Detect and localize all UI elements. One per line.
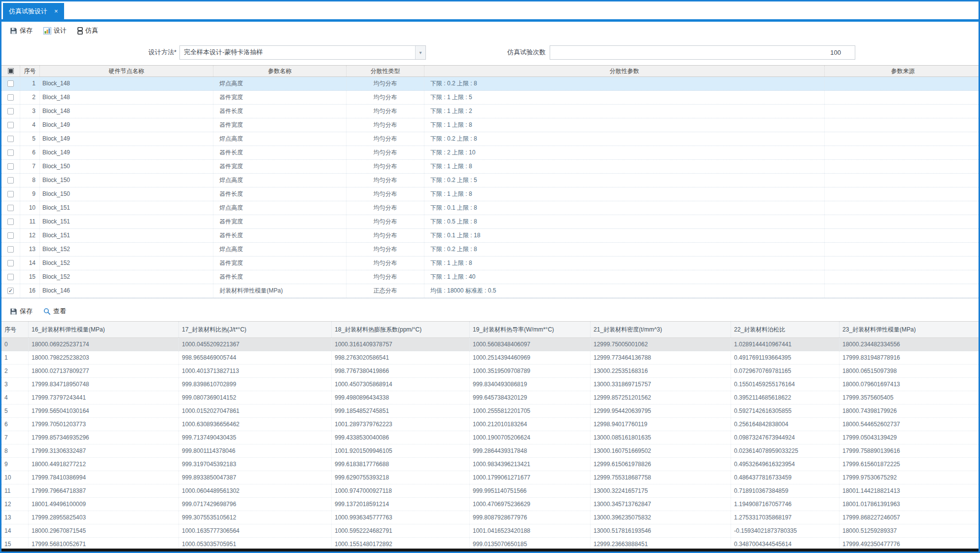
tab-simulation-doe[interactable]: 仿真试验设计 ×	[3, 3, 64, 19]
cell-index: 7	[1, 431, 29, 444]
trial-count-input[interactable]	[550, 45, 855, 60]
param-table-row[interactable]: 7Block_150器件宽度均匀分布下限 : 1 上限 : 8	[1, 160, 980, 174]
param-table-row[interactable]: 8Block_150焊点高度均匀分布下限 : 0.2 上限 : 5	[1, 174, 980, 187]
row-checkbox[interactable]	[7, 232, 14, 239]
col-header-dist-params[interactable]: 分散性参数	[424, 66, 825, 76]
result-table-row[interactable]: 1117999.796647183871000.0604489561302100…	[1, 484, 980, 498]
row-checkbox[interactable]	[7, 177, 14, 184]
cell-param: 焊点高度	[213, 174, 347, 187]
cell-dist: 下限 : 1 上限 : 2	[424, 105, 825, 118]
param-table-row[interactable]: 5Block_149焊点高度均匀分布下限 : 0.2 上限 : 8	[1, 132, 980, 146]
result-table-row[interactable]: 1017999.78410386994999.8933850047387999.…	[1, 471, 980, 484]
param-table-row[interactable]: 14Block_152器件宽度均匀分布下限 : 1 上限 : 8	[1, 257, 980, 270]
cell-value: 17999.3575605405	[840, 391, 980, 404]
param-table-row[interactable]: 11Block_151器件宽度均匀分布下限 : 0.5 上限 : 8	[1, 215, 980, 229]
design-method-select[interactable]: 完全样本设计-蒙特卡洛抽样 ▾	[179, 45, 426, 60]
close-icon[interactable]: ×	[54, 8, 58, 14]
row-checkbox[interactable]	[7, 136, 14, 142]
save-label: 保存	[20, 26, 33, 35]
col-header-source[interactable]: 参数来源	[825, 66, 980, 76]
row-checkbox[interactable]	[7, 219, 14, 225]
cell-param: 器件宽度	[213, 91, 347, 104]
view-button[interactable]: 查看	[39, 305, 70, 318]
cell-value: 1001.0416523420188	[470, 524, 591, 537]
result-table-row[interactable]: 817999.31306332487999.80011143780461001.…	[1, 444, 980, 458]
col-header-dist-type[interactable]: 分散性类型	[347, 66, 424, 76]
cell-value: 999.6290755393218	[332, 471, 470, 484]
result-table-row[interactable]: 018000.0692252371741000.0455209221367100…	[1, 338, 980, 351]
design-button[interactable]: 设计	[39, 24, 71, 37]
simulate-button[interactable]: 仿真	[73, 24, 103, 37]
col-header-param[interactable]: 参数名称	[213, 66, 347, 76]
cell-param: 焊点高度	[213, 132, 347, 146]
result-table-row[interactable]: 317999.834718950748999.83986107028991000…	[1, 378, 980, 391]
cell-value: 1000.2555812201705	[470, 405, 591, 417]
cell-value: 17999.97530675292	[840, 471, 980, 484]
col-header-node[interactable]: 硬件节点名称	[40, 66, 213, 76]
param-table-row[interactable]: ✓16Block_146封装材料弹性模量(MPa)正态分布均值 : 18000 …	[1, 284, 980, 298]
row-checkbox[interactable]	[7, 205, 14, 211]
result-table-row[interactable]: 918000.44918277212999.3197045392183999.6…	[1, 458, 980, 471]
cell-value: 13000.32241657175	[591, 484, 731, 497]
simulate-label: 仿真	[85, 26, 98, 35]
result-table-row[interactable]: 417999.73797243441999.0807369014152999.4…	[1, 391, 980, 405]
result-col-header[interactable]: 23_封装材料弹性模量(MPa)	[840, 322, 980, 337]
chevron-down-icon[interactable]: ▾	[415, 46, 425, 59]
result-table-row[interactable]: 218000.0271378092771000.4013713827113998…	[1, 365, 980, 378]
cell-value: 17999.79664718387	[29, 484, 179, 497]
result-col-header[interactable]: 序号	[1, 322, 29, 337]
result-col-header[interactable]: 17_封装材料比热(J/t*°C)	[179, 322, 332, 337]
cell-index: 14	[1, 524, 29, 537]
row-checkbox[interactable]	[7, 108, 14, 114]
cell-type: 均匀分布	[347, 91, 424, 104]
row-checkbox[interactable]	[7, 260, 14, 266]
cell-value: 1000.3161409378757	[332, 338, 470, 351]
param-table-row[interactable]: 4Block_149器件宽度均匀分布下限 : 1 上限 : 8	[1, 118, 980, 132]
param-table-row[interactable]: 10Block_151焊点高度均匀分布下限 : 0.1 上限 : 8	[1, 201, 980, 215]
result-table-row[interactable]: 1317999.28955825403999.30755351056121000…	[1, 511, 980, 524]
result-table-row[interactable]: 517999.5650410301641000.0152027047861999…	[1, 405, 980, 418]
row-checkbox[interactable]: ✓	[7, 288, 14, 294]
row-checkbox[interactable]	[7, 149, 14, 156]
row-checkbox[interactable]	[7, 274, 14, 280]
cell-index: 12	[1, 498, 29, 511]
result-col-header[interactable]: 18_封装材料热膨胀系数(ppm/°C)	[332, 322, 470, 337]
cell-value: 1000.212010183264	[470, 418, 591, 431]
cell-value: 999.8933850047387	[179, 471, 332, 484]
cell-idx: 6	[20, 146, 40, 159]
result-col-header[interactable]: 16_封装材料弹性模量(MPa)	[29, 322, 179, 337]
col-header-index[interactable]: 序号	[20, 66, 40, 76]
row-checkbox[interactable]	[7, 80, 14, 87]
param-table-row[interactable]: 12Block_151器件长度均匀分布下限 : 0.1 上限 : 18	[1, 229, 980, 243]
result-col-header[interactable]: 19_封装材料热导率(W/mm*°C)	[470, 322, 591, 337]
cell-value: 998.9658469005744	[179, 351, 332, 364]
row-checkbox[interactable]	[7, 94, 14, 101]
checkbox-cell	[1, 215, 20, 228]
select-all-checkbox[interactable]	[8, 68, 14, 74]
result-table-row[interactable]: 1218001.49496100009999.0717429698796999.…	[1, 498, 980, 511]
result-table-row[interactable]: 1418000.296708715451000.1635777306564100…	[1, 524, 980, 538]
param-table-row[interactable]: 2Block_148器件宽度均匀分布下限 : 1 上限 : 5	[1, 91, 980, 105]
result-table-row[interactable]: 717999.857346935296999.7137490430435999.…	[1, 431, 980, 444]
cell-value: 1000.1900705206624	[470, 431, 591, 444]
result-table: 序号16_封装材料弹性模量(MPa)17_封装材料比热(J/t*°C)18_封装…	[1, 321, 979, 551]
row-checkbox[interactable]	[7, 163, 14, 170]
param-table-row[interactable]: 3Block_148器件长度均匀分布下限 : 1 上限 : 2	[1, 105, 980, 118]
param-table-row[interactable]: 6Block_149器件长度均匀分布下限 : 2 上限 : 10	[1, 146, 980, 160]
param-table-row[interactable]: 9Block_150器件长度均匀分布下限 : 1 上限 : 8	[1, 187, 980, 201]
cell-type: 均匀分布	[347, 229, 424, 242]
param-table-row[interactable]: 13Block_152焊点高度均匀分布下限 : 0.2 上限 : 8	[1, 243, 980, 257]
row-checkbox[interactable]	[7, 122, 14, 128]
row-checkbox[interactable]	[7, 191, 14, 197]
cell-src	[825, 77, 980, 90]
param-table-row[interactable]: 15Block_152器件长度均匀分布下限 : 1 上限 : 40	[1, 270, 980, 284]
cell-type: 均匀分布	[347, 77, 424, 90]
result-col-header[interactable]: 22_封装材料泊松比	[731, 322, 840, 337]
result-col-header[interactable]: 21_封装材料密度(t/mm^3)	[591, 322, 731, 337]
result-table-row[interactable]: 118000.798225238203998.9658469005744998.…	[1, 351, 980, 365]
save-results-button[interactable]: 保存	[5, 305, 37, 318]
row-checkbox[interactable]	[7, 246, 14, 253]
result-table-row[interactable]: 617999.705012037731000.63089366564621001…	[1, 418, 980, 431]
param-table-row[interactable]: 1Block_148焊点高度均匀分布下限 : 0.2 上限 : 8	[1, 77, 980, 91]
save-button[interactable]: 保存	[5, 24, 37, 37]
